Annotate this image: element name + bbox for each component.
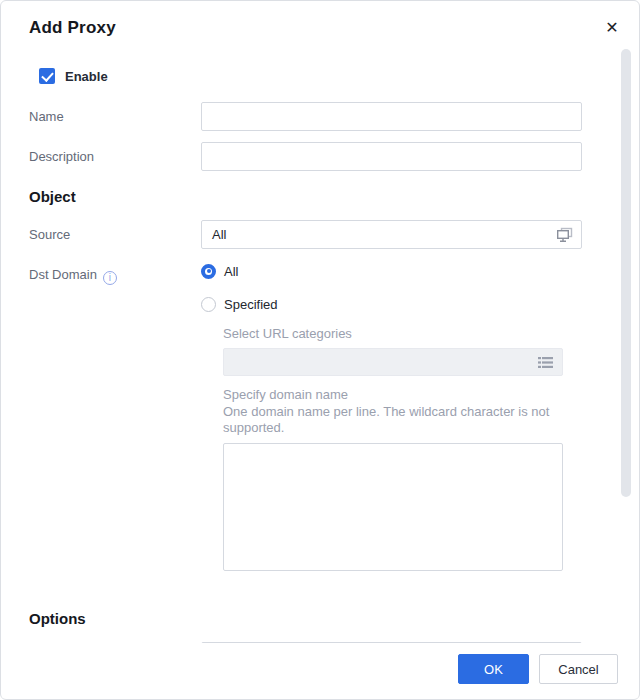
description-row: Description <box>1 142 639 171</box>
dialog-header: Add Proxy ✕ <box>1 1 639 38</box>
domain-name-textarea[interactable] <box>223 443 563 571</box>
specified-sub-block: Select URL categories Specify domai <box>223 326 563 574</box>
object-section-heading: Object <box>1 188 639 205</box>
list-icon[interactable] <box>538 356 553 369</box>
scrollbar-thumb[interactable] <box>621 49 631 497</box>
name-row: Name <box>1 102 639 131</box>
radio-option-all[interactable]: All <box>201 263 582 279</box>
cancel-button[interactable]: Cancel <box>539 654 618 684</box>
add-proxy-dialog: Add Proxy ✕ Enable Name Description Obje… <box>0 0 640 700</box>
dst-domain-row: Dst Domaini All Specified Select URL cat… <box>1 263 639 574</box>
options-section-heading: Options <box>1 610 639 627</box>
dialog-footer: OK Cancel <box>2 643 638 698</box>
radio-label-specified: Specified <box>224 297 277 312</box>
domain-hint-text: One domain name per line. The wildcard c… <box>223 404 563 436</box>
close-icon[interactable]: ✕ <box>601 17 623 39</box>
enable-checkbox[interactable] <box>39 68 55 84</box>
radio-icon-specified[interactable] <box>201 297 216 312</box>
description-input[interactable] <box>201 142 582 171</box>
source-label: Source <box>29 227 201 242</box>
source-select-value: All <box>212 227 226 242</box>
ok-button[interactable]: OK <box>458 654 529 684</box>
dst-domain-radio-group: All Specified <box>201 263 582 312</box>
enable-row: Enable <box>39 68 639 84</box>
enable-label: Enable <box>65 69 108 84</box>
name-label: Name <box>29 109 201 124</box>
source-row: Source All <box>1 220 639 249</box>
radio-label-all: All <box>224 264 238 279</box>
info-icon[interactable]: i <box>103 271 117 285</box>
description-label: Description <box>29 149 201 164</box>
url-categories-input[interactable] <box>223 348 563 376</box>
radio-icon-all[interactable] <box>201 264 216 279</box>
specify-domain-label: Specify domain name <box>223 387 563 402</box>
dialog-title: Add Proxy <box>29 18 611 38</box>
dst-domain-label: Dst Domaini <box>29 263 201 285</box>
dst-domain-label-text: Dst Domain <box>29 267 97 282</box>
name-input[interactable] <box>201 102 582 131</box>
hosts-picker-icon[interactable] <box>556 227 573 244</box>
source-select[interactable]: All <box>201 220 582 249</box>
radio-option-specified[interactable]: Specified <box>201 296 582 312</box>
url-categories-label: Select URL categories <box>223 326 563 341</box>
